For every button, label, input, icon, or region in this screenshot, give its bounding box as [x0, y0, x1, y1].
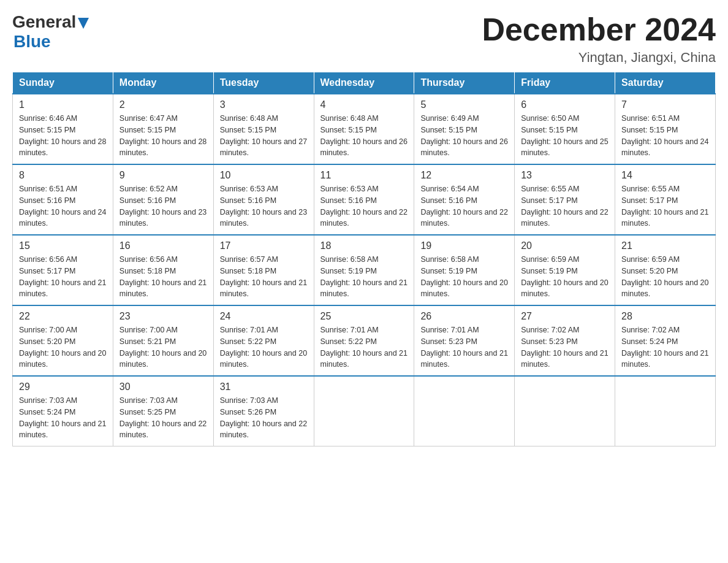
day-number: 8: [19, 170, 107, 181]
calendar-cell: 11 Sunrise: 6:53 AM Sunset: 5:16 PM Dayl…: [314, 164, 414, 235]
calendar-week-row: 1 Sunrise: 6:46 AM Sunset: 5:15 PM Dayli…: [13, 94, 716, 164]
day-number: 28: [621, 311, 709, 322]
day-info: Sunrise: 6:52 AM Sunset: 5:16 PM Dayligh…: [119, 183, 207, 229]
calendar-cell: 22 Sunrise: 7:00 AM Sunset: 5:20 PM Dayl…: [13, 305, 113, 376]
day-info: Sunrise: 6:47 AM Sunset: 5:15 PM Dayligh…: [119, 113, 207, 159]
day-info: Sunrise: 6:59 AM Sunset: 5:19 PM Dayligh…: [521, 254, 609, 300]
location-subtitle: Yingtan, Jiangxi, China: [482, 50, 716, 66]
calendar-cell: 18 Sunrise: 6:58 AM Sunset: 5:19 PM Dayl…: [314, 235, 414, 305]
day-info: Sunrise: 7:03 AM Sunset: 5:25 PM Dayligh…: [119, 395, 207, 441]
calendar-cell: 15 Sunrise: 6:56 AM Sunset: 5:17 PM Dayl…: [13, 235, 113, 305]
month-title: December 2024: [482, 12, 716, 47]
day-number: 3: [220, 99, 308, 110]
day-info: Sunrise: 7:01 AM Sunset: 5:23 PM Dayligh…: [420, 324, 508, 370]
calendar-cell: 12 Sunrise: 6:54 AM Sunset: 5:16 PM Dayl…: [414, 164, 515, 235]
day-number: 10: [220, 170, 308, 181]
weekday-header-sunday: Sunday: [13, 72, 113, 94]
day-info: Sunrise: 7:00 AM Sunset: 5:21 PM Dayligh…: [119, 324, 207, 370]
day-info: Sunrise: 6:53 AM Sunset: 5:16 PM Dayligh…: [220, 183, 308, 229]
day-info: Sunrise: 6:46 AM Sunset: 5:15 PM Dayligh…: [19, 113, 107, 159]
day-number: 9: [119, 170, 207, 181]
calendar-cell: 20 Sunrise: 6:59 AM Sunset: 5:19 PM Dayl…: [515, 235, 615, 305]
day-info: Sunrise: 6:59 AM Sunset: 5:20 PM Dayligh…: [621, 254, 709, 300]
weekday-header-thursday: Thursday: [414, 72, 515, 94]
day-number: 30: [119, 381, 207, 393]
day-info: Sunrise: 6:58 AM Sunset: 5:19 PM Dayligh…: [320, 254, 408, 300]
calendar-cell: 16 Sunrise: 6:56 AM Sunset: 5:18 PM Dayl…: [113, 235, 213, 305]
day-info: Sunrise: 7:03 AM Sunset: 5:26 PM Dayligh…: [220, 395, 308, 441]
day-number: 21: [621, 240, 709, 251]
day-info: Sunrise: 6:51 AM Sunset: 5:16 PM Dayligh…: [19, 183, 107, 229]
day-info: Sunrise: 7:03 AM Sunset: 5:24 PM Dayligh…: [19, 395, 107, 441]
calendar-cell: 30 Sunrise: 7:03 AM Sunset: 5:25 PM Dayl…: [113, 376, 213, 446]
calendar-cell: 21 Sunrise: 6:59 AM Sunset: 5:20 PM Dayl…: [615, 235, 716, 305]
calendar-cell: [314, 376, 414, 446]
day-number: 29: [19, 381, 107, 393]
day-number: 16: [119, 240, 207, 251]
calendar-cell: 6 Sunrise: 6:50 AM Sunset: 5:15 PM Dayli…: [515, 94, 615, 164]
logo: General Blue: [12, 12, 89, 52]
calendar-cell: 10 Sunrise: 6:53 AM Sunset: 5:16 PM Dayl…: [213, 164, 314, 235]
day-info: Sunrise: 6:51 AM Sunset: 5:15 PM Dayligh…: [621, 113, 709, 159]
day-number: 17: [220, 240, 308, 251]
day-info: Sunrise: 6:56 AM Sunset: 5:18 PM Dayligh…: [119, 254, 207, 300]
calendar-cell: 7 Sunrise: 6:51 AM Sunset: 5:15 PM Dayli…: [615, 94, 716, 164]
day-number: 25: [320, 311, 408, 322]
calendar-week-row: 22 Sunrise: 7:00 AM Sunset: 5:20 PM Dayl…: [13, 305, 716, 376]
calendar-week-row: 15 Sunrise: 6:56 AM Sunset: 5:17 PM Dayl…: [13, 235, 716, 305]
calendar-cell: 4 Sunrise: 6:48 AM Sunset: 5:15 PM Dayli…: [314, 94, 414, 164]
calendar-cell: 27 Sunrise: 7:02 AM Sunset: 5:23 PM Dayl…: [515, 305, 615, 376]
day-info: Sunrise: 6:48 AM Sunset: 5:15 PM Dayligh…: [220, 113, 308, 159]
day-number: 12: [420, 170, 508, 181]
day-number: 4: [320, 99, 408, 110]
weekday-header-friday: Friday: [515, 72, 615, 94]
day-info: Sunrise: 7:01 AM Sunset: 5:22 PM Dayligh…: [220, 324, 308, 370]
calendar-cell: 8 Sunrise: 6:51 AM Sunset: 5:16 PM Dayli…: [13, 164, 113, 235]
day-number: 2: [119, 99, 207, 110]
calendar-cell: 3 Sunrise: 6:48 AM Sunset: 5:15 PM Dayli…: [213, 94, 314, 164]
day-info: Sunrise: 6:54 AM Sunset: 5:16 PM Dayligh…: [420, 183, 508, 229]
calendar-table: SundayMondayTuesdayWednesdayThursdayFrid…: [12, 72, 716, 446]
page-header: General Blue December 2024 Yingtan, Jian…: [12, 12, 716, 66]
calendar-week-row: 8 Sunrise: 6:51 AM Sunset: 5:16 PM Dayli…: [13, 164, 716, 235]
day-info: Sunrise: 7:02 AM Sunset: 5:24 PM Dayligh…: [621, 324, 709, 370]
day-info: Sunrise: 6:49 AM Sunset: 5:15 PM Dayligh…: [420, 113, 508, 159]
day-info: Sunrise: 6:53 AM Sunset: 5:16 PM Dayligh…: [320, 183, 408, 229]
calendar-cell: 17 Sunrise: 6:57 AM Sunset: 5:18 PM Dayl…: [213, 235, 314, 305]
calendar-cell: 29 Sunrise: 7:03 AM Sunset: 5:24 PM Dayl…: [13, 376, 113, 446]
svg-marker-0: [78, 18, 89, 29]
day-number: 13: [521, 170, 609, 181]
day-info: Sunrise: 6:57 AM Sunset: 5:18 PM Dayligh…: [220, 254, 308, 300]
day-info: Sunrise: 7:00 AM Sunset: 5:20 PM Dayligh…: [19, 324, 107, 370]
day-info: Sunrise: 6:50 AM Sunset: 5:15 PM Dayligh…: [521, 113, 609, 159]
calendar-cell: 19 Sunrise: 6:58 AM Sunset: 5:19 PM Dayl…: [414, 235, 515, 305]
day-info: Sunrise: 7:01 AM Sunset: 5:22 PM Dayligh…: [320, 324, 408, 370]
title-area: December 2024 Yingtan, Jiangxi, China: [482, 12, 716, 66]
day-number: 18: [320, 240, 408, 251]
calendar-cell: 1 Sunrise: 6:46 AM Sunset: 5:15 PM Dayli…: [13, 94, 113, 164]
day-info: Sunrise: 7:02 AM Sunset: 5:23 PM Dayligh…: [521, 324, 609, 370]
calendar-cell: 14 Sunrise: 6:55 AM Sunset: 5:17 PM Dayl…: [615, 164, 716, 235]
day-number: 15: [19, 240, 107, 251]
calendar-header-row: SundayMondayTuesdayWednesdayThursdayFrid…: [13, 72, 716, 94]
day-number: 20: [521, 240, 609, 251]
calendar-cell: 24 Sunrise: 7:01 AM Sunset: 5:22 PM Dayl…: [213, 305, 314, 376]
calendar-cell: 2 Sunrise: 6:47 AM Sunset: 5:15 PM Dayli…: [113, 94, 213, 164]
calendar-cell: 31 Sunrise: 7:03 AM Sunset: 5:26 PM Dayl…: [213, 376, 314, 446]
day-number: 27: [521, 311, 609, 322]
day-info: Sunrise: 6:55 AM Sunset: 5:17 PM Dayligh…: [621, 183, 709, 229]
weekday-header-monday: Monday: [113, 72, 213, 94]
day-info: Sunrise: 6:55 AM Sunset: 5:17 PM Dayligh…: [521, 183, 609, 229]
weekday-header-tuesday: Tuesday: [213, 72, 314, 94]
day-number: 19: [420, 240, 508, 251]
day-number: 11: [320, 170, 408, 181]
calendar-week-row: 29 Sunrise: 7:03 AM Sunset: 5:24 PM Dayl…: [13, 376, 716, 446]
day-number: 24: [220, 311, 308, 322]
calendar-cell: [515, 376, 615, 446]
day-info: Sunrise: 6:48 AM Sunset: 5:15 PM Dayligh…: [320, 113, 408, 159]
logo-general-text: General: [12, 12, 76, 32]
logo-blue-text: Blue: [13, 32, 89, 52]
calendar-cell: 26 Sunrise: 7:01 AM Sunset: 5:23 PM Dayl…: [414, 305, 515, 376]
calendar-cell: 25 Sunrise: 7:01 AM Sunset: 5:22 PM Dayl…: [314, 305, 414, 376]
day-number: 31: [220, 381, 308, 393]
